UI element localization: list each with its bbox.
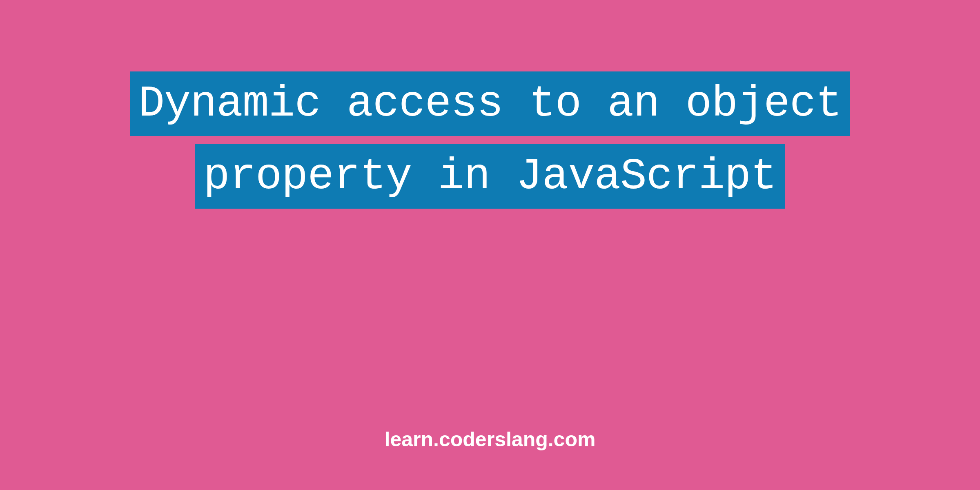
footer-link: learn.coderslang.com <box>385 428 596 451</box>
page-title-container: Dynamic access to an object property in … <box>65 67 915 213</box>
page-title: Dynamic access to an object property in … <box>130 71 850 209</box>
